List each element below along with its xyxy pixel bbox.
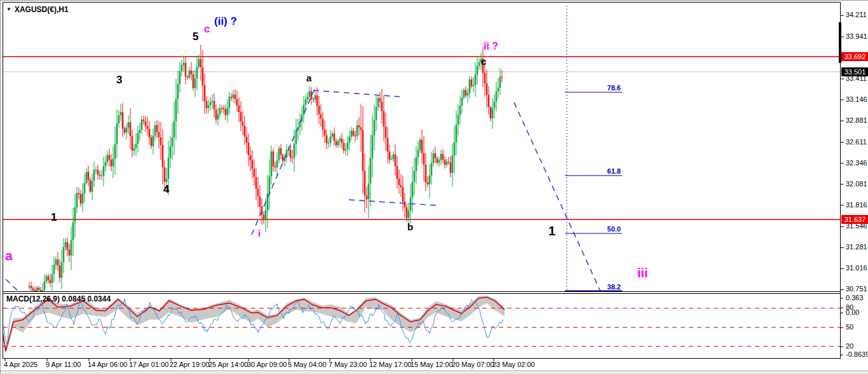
indicator-pane[interactable] xyxy=(3,296,840,354)
main-pane[interactable] xyxy=(3,6,841,293)
time-axis-label-3: 17 Apr 01:00 xyxy=(129,361,168,368)
current-price-tag: 33.501 xyxy=(841,67,868,76)
indicator-axis-label-0.00: 0.00 xyxy=(846,308,859,316)
indicator-label: MACD(12,26,9) 0.0845 0.0344 xyxy=(6,294,111,303)
chart-border xyxy=(3,3,841,359)
time-axis-label-4: 22 Apr 19:00 xyxy=(170,361,209,368)
time-axis-label-10: 15 May 12:00 xyxy=(410,361,453,368)
wave-label-ii[interactable]: (ii) ? xyxy=(214,16,237,27)
candlesticks xyxy=(29,45,503,291)
indicator-axis-label-50: 50 xyxy=(846,323,853,331)
window-bottom-edge xyxy=(1,370,868,374)
trendline-1[interactable] xyxy=(313,90,400,97)
wave-label-i[interactable]: i xyxy=(258,228,261,238)
price-axis-label-33.146: 33.146 xyxy=(846,95,867,103)
price-axis-label-34.211: 34.211 xyxy=(846,11,867,18)
price-axis-label-30.751: 30.751 xyxy=(846,285,867,293)
trendline-2[interactable] xyxy=(349,200,437,205)
trendline-0[interactable] xyxy=(252,88,315,235)
time-axis-label-1: 9 Apr 11:00 xyxy=(46,361,81,368)
time-axis-label-6: 30 Apr 09:00 xyxy=(247,361,287,368)
fib-level-label-78.6[interactable]: 78.6 xyxy=(565,84,621,92)
time-axis-label-9: 12 May 17:00 xyxy=(369,361,412,368)
price-axis-label-32.346: 32.346 xyxy=(846,159,867,167)
chart-canvas[interactable] xyxy=(1,1,868,374)
symbol-dropdown-icon[interactable]: ▼ xyxy=(6,7,11,12)
price-axis-label-32.081: 32.081 xyxy=(846,180,867,188)
wave-label-3[interactable]: 3 xyxy=(116,74,122,85)
wave-label-c[interactable]: c xyxy=(481,57,486,66)
price-axis-label-33.941: 33.941 xyxy=(846,32,867,40)
time-axis-label-8: 7 May 23:00 xyxy=(329,361,367,368)
price-axis-label-32.611: 32.611 xyxy=(846,138,867,146)
wave-label-iii[interactable]: iii xyxy=(637,267,648,279)
time-axis-label-11: 20 May 07:00 xyxy=(452,361,494,368)
trendline-3[interactable] xyxy=(514,102,600,291)
metatrader-chart-window: ▼ XAGUSD(€),H1 MACD(12,26,9) 0.0845 0.03… xyxy=(0,0,868,374)
fib-level-label-61.8[interactable]: 61.8 xyxy=(565,167,621,175)
wave-label-4[interactable]: 4 xyxy=(163,184,169,195)
wave-label-a[interactable]: a xyxy=(5,249,13,262)
wave-label-ii[interactable]: ii ? xyxy=(484,41,498,52)
wave-label-a[interactable]: a xyxy=(306,73,311,83)
time-axis-label-12: 23 May 02:00 xyxy=(492,361,535,368)
price-axis-label-31.016: 31.016 xyxy=(846,264,867,272)
symbol-title[interactable]: ▼ XAGUSD(€),H1 xyxy=(6,5,69,14)
fib-level-label-38.2[interactable]: 38.2 xyxy=(565,283,621,291)
time-axis-label-2: 14 Apr 06:00 xyxy=(88,361,127,368)
resistance-price-tag: 33.692 xyxy=(841,52,868,61)
support-price-tag: 31.637 xyxy=(841,215,868,224)
time-axis-label-0: 4 Apr 2025 xyxy=(4,361,37,368)
wave-label-1[interactable]: 1 xyxy=(51,212,57,223)
macd-histogram-area xyxy=(3,296,505,354)
price-axis-label-32.881: 32.881 xyxy=(846,116,867,124)
wave-label-1[interactable]: 1 xyxy=(548,225,555,237)
symbol-title-text: XAGUSD(€),H1 xyxy=(15,5,69,14)
price-axis-label-31.281: 31.281 xyxy=(846,243,867,251)
fib-level-label-50.0[interactable]: 50.0 xyxy=(565,225,621,233)
price-axis-label-31.816: 31.816 xyxy=(846,201,867,209)
indicator-axis-label-0.363: 0.363 xyxy=(846,294,864,301)
trendline-4[interactable] xyxy=(6,279,20,293)
indicator-axis-label--0.8639: -0.8639 xyxy=(846,350,868,358)
time-axis-label-7: 5 May 04:00 xyxy=(288,361,327,368)
wave-label-5[interactable]: 5 xyxy=(193,31,198,42)
time-axis-label-5: 25 Apr 14:00 xyxy=(208,361,248,368)
wave-label-b[interactable]: b xyxy=(407,222,413,232)
indicator-axis-label-20: 20 xyxy=(846,342,853,350)
wave-label-c[interactable]: c xyxy=(204,24,210,34)
